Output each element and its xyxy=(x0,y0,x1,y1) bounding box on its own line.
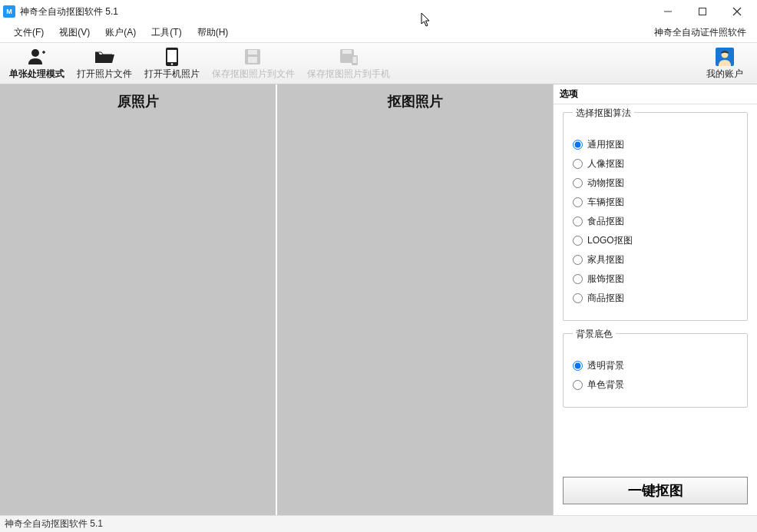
minimize-button[interactable] xyxy=(650,1,685,22)
background-fieldset: 背景底色 透明背景单色背景 xyxy=(563,333,748,408)
open-file-label: 打开照片文件 xyxy=(77,68,132,81)
background-label-1: 单色背景 xyxy=(587,378,624,392)
avatar-icon xyxy=(714,47,736,67)
background-legend: 背景底色 xyxy=(573,328,616,341)
svg-rect-6 xyxy=(167,50,177,62)
save-phone-button: 保存抠图照片到手机 xyxy=(302,45,395,83)
window-title: 神奇全自动抠图软件 5.1 xyxy=(20,5,118,18)
toolbar: 单张处理模式 打开照片文件 打开手机照片 保存 xyxy=(0,43,757,84)
status-text: 神奇全自动抠图软件 5.1 xyxy=(5,517,103,530)
algorithm-label-8: 商品抠图 xyxy=(587,292,624,305)
canvas-area: 原照片 抠图照片 xyxy=(0,84,553,515)
save-phone-icon xyxy=(338,47,359,67)
algorithm-option-1[interactable]: 人像抠图 xyxy=(573,157,738,170)
menu-right-label[interactable]: 神奇全自动证件照软件 xyxy=(654,26,751,39)
window-controls xyxy=(650,1,754,22)
algorithm-label-5: LOGO抠图 xyxy=(587,234,633,247)
background-label-0: 透明背景 xyxy=(587,359,624,372)
maximize-button[interactable] xyxy=(685,1,719,22)
algorithm-label-1: 人像抠图 xyxy=(587,157,624,170)
background-radio-0[interactable] xyxy=(573,361,583,371)
folder-open-icon xyxy=(94,47,115,67)
menu-file[interactable]: 文件(F) xyxy=(6,23,51,42)
main-area: 原照片 抠图照片 选项 选择抠图算法 通用抠图人像抠图动物抠图车辆抠图食品抠图L… xyxy=(0,84,757,515)
single-mode-button[interactable]: 单张处理模式 xyxy=(5,45,69,83)
titlebar: M 神奇全自动抠图软件 5.1 xyxy=(0,0,757,23)
original-title: 原照片 xyxy=(0,84,276,118)
options-footer: 一键抠图 xyxy=(554,469,757,515)
algorithm-fieldset: 选择抠图算法 通用抠图人像抠图动物抠图车辆抠图食品抠图LOGO抠图家具抠图服饰抠… xyxy=(563,112,748,321)
background-radio-1[interactable] xyxy=(573,380,583,390)
algorithm-radio-2[interactable] xyxy=(573,178,583,188)
svg-point-4 xyxy=(31,49,39,57)
svg-point-7 xyxy=(171,63,174,65)
algorithm-option-6[interactable]: 家具抠图 xyxy=(573,253,738,266)
app-icon: M xyxy=(3,5,15,18)
menu-tools[interactable]: 工具(T) xyxy=(144,23,189,42)
close-button[interactable] xyxy=(719,1,754,22)
menu-account[interactable]: 账户(A) xyxy=(98,23,144,42)
svg-rect-14 xyxy=(353,57,357,63)
my-account-button[interactable]: 我的账户 xyxy=(697,45,752,83)
phone-icon xyxy=(161,47,183,67)
menubar: 文件(F) 视图(V) 账户(A) 工具(T) 帮助(H) 神奇全自动证件照软件 xyxy=(0,23,757,43)
algorithm-label-2: 动物抠图 xyxy=(587,177,624,190)
save-phone-label: 保存抠图照片到手机 xyxy=(307,68,390,81)
original-canvas[interactable]: 原照片 xyxy=(0,84,277,515)
background-option-0[interactable]: 透明背景 xyxy=(573,359,738,372)
open-phone-label: 打开手机照片 xyxy=(144,68,200,81)
algorithm-option-8[interactable]: 商品抠图 xyxy=(573,292,738,305)
algorithm-label-3: 车辆抠图 xyxy=(587,196,624,209)
algorithm-radio-1[interactable] xyxy=(573,159,583,169)
menu-view[interactable]: 视图(V) xyxy=(51,23,98,42)
algorithm-radio-3[interactable] xyxy=(573,197,583,207)
result-title: 抠图照片 xyxy=(277,84,553,118)
menu-help[interactable]: 帮助(H) xyxy=(190,23,236,42)
options-body: 选择抠图算法 通用抠图人像抠图动物抠图车辆抠图食品抠图LOGO抠图家具抠图服饰抠… xyxy=(554,104,757,469)
save-file-icon xyxy=(243,47,264,67)
svg-rect-9 xyxy=(248,50,257,55)
algorithm-radio-6[interactable] xyxy=(573,255,583,265)
options-header: 选项 xyxy=(554,84,757,104)
algorithm-label-7: 服饰抠图 xyxy=(587,273,624,286)
open-file-button[interactable]: 打开照片文件 xyxy=(72,45,137,83)
options-panel: 选项 选择抠图算法 通用抠图人像抠图动物抠图车辆抠图食品抠图LOGO抠图家具抠图… xyxy=(553,84,757,515)
algorithm-option-2[interactable]: 动物抠图 xyxy=(573,177,738,190)
algorithm-radio-7[interactable] xyxy=(573,274,583,284)
algorithm-option-5[interactable]: LOGO抠图 xyxy=(573,234,738,247)
save-file-label: 保存抠图照片到文件 xyxy=(212,68,295,81)
algorithm-radio-8[interactable] xyxy=(573,293,583,303)
algorithm-option-0[interactable]: 通用抠图 xyxy=(573,138,738,151)
algorithm-label-4: 食品抠图 xyxy=(587,215,624,228)
person-icon xyxy=(26,47,48,67)
algorithm-radio-5[interactable] xyxy=(573,236,583,246)
single-mode-label: 单张处理模式 xyxy=(9,68,64,81)
result-canvas[interactable]: 抠图照片 xyxy=(277,84,553,515)
algorithm-label-0: 通用抠图 xyxy=(587,138,624,151)
save-file-button: 保存抠图照片到文件 xyxy=(207,45,299,83)
algorithm-radio-4[interactable] xyxy=(573,216,583,226)
algorithm-option-3[interactable]: 车辆抠图 xyxy=(573,196,738,209)
statusbar: 神奇全自动抠图软件 5.1 xyxy=(0,515,757,532)
svg-rect-1 xyxy=(699,8,706,15)
my-account-label: 我的账户 xyxy=(706,68,743,81)
svg-rect-12 xyxy=(342,50,352,54)
algorithm-option-4[interactable]: 食品抠图 xyxy=(573,215,738,228)
algorithm-radio-0[interactable] xyxy=(573,140,583,150)
algorithm-legend: 选择抠图算法 xyxy=(573,107,634,120)
open-phone-button[interactable]: 打开手机照片 xyxy=(140,45,204,83)
svg-rect-10 xyxy=(248,57,257,63)
background-option-1[interactable]: 单色背景 xyxy=(573,378,738,392)
algorithm-option-7[interactable]: 服饰抠图 xyxy=(573,273,738,286)
algorithm-label-6: 家具抠图 xyxy=(587,253,624,266)
one-click-cutout-button[interactable]: 一键抠图 xyxy=(563,477,748,504)
